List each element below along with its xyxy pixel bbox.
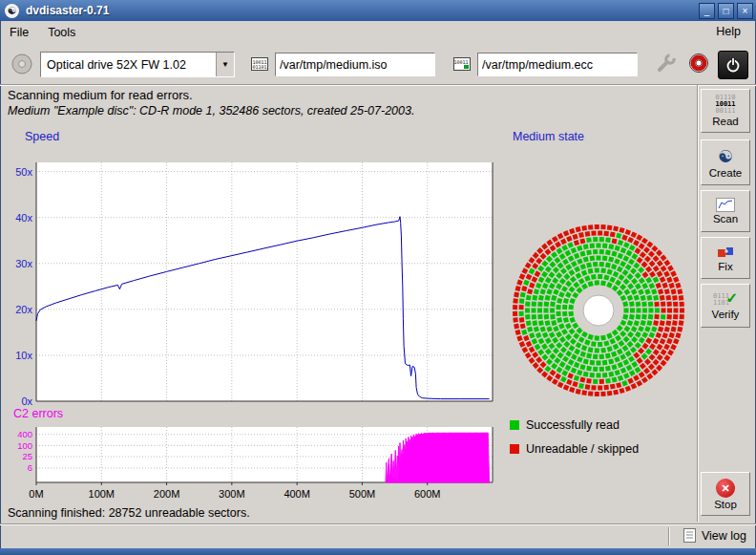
app-icon: ☯ [5, 4, 19, 18]
svg-text:100M: 100M [89, 488, 116, 500]
c2-errors-chart-title: C2 errors [13, 407, 63, 420]
scan-button[interactable]: Scan [701, 190, 750, 232]
window-bottom-edge [0, 548, 756, 555]
stop-icon: ✕ [716, 479, 735, 498]
speed-chart-title: Speed [25, 130, 59, 143]
svg-text:40x: 40x [15, 212, 32, 224]
image-file-input[interactable] [275, 53, 435, 76]
svg-text:600M: 600M [414, 488, 441, 500]
stop-button[interactable]: ✕ Stop [701, 472, 750, 516]
dvdisaster-logo-icon[interactable] [687, 52, 710, 75]
legend-label-unreadable: Unreadable / skipped [526, 442, 639, 456]
verify-button[interactable]: 0111 1101 ✓ Verify [701, 284, 750, 328]
close-button[interactable]: × [737, 3, 753, 19]
app-window: ☯ dvdisaster-0.71 _ □ × File Tools Help … [0, 0, 756, 555]
read-icon: 01110 10011 00111 [715, 95, 735, 115]
svg-text:6: 6 [28, 462, 32, 473]
read-button-label: Read [712, 116, 739, 127]
svg-text:01101: 01101 [252, 64, 266, 70]
view-log-label: View log [702, 529, 746, 543]
svg-text:500M: 500M [349, 488, 376, 500]
svg-text:400: 400 [17, 429, 32, 439]
svg-text:25: 25 [22, 451, 32, 461]
fix-button-label: Fix [718, 261, 732, 272]
scan-result-status: Scanning finished: 28752 unreadable sect… [8, 506, 250, 520]
fix-button[interactable]: Fix [701, 237, 750, 279]
footer-bar: View log [0, 526, 756, 547]
power-icon [724, 56, 742, 74]
legend-item-success: Successfully read [510, 418, 620, 432]
svg-text:30x: 30x [15, 258, 32, 269]
scan-curve-icon [716, 198, 735, 212]
svg-text:10011: 10011 [453, 59, 468, 65]
view-log-button[interactable]: View log [683, 528, 746, 543]
medium-state-disc [508, 220, 689, 401]
svg-text:0M: 0M [29, 488, 43, 500]
footer-divider [0, 523, 756, 525]
chevron-down-icon[interactable]: ▼ [216, 53, 234, 76]
create-button[interactable]: ☯ Create [701, 139, 750, 185]
legend-swatch-red [510, 444, 519, 454]
legend-swatch-green [510, 420, 519, 430]
stop-button-label: Stop [714, 499, 737, 510]
svg-text:300M: 300M [219, 488, 245, 500]
svg-text:50x: 50x [15, 166, 32, 178]
toolbar-divider [0, 84, 756, 86]
drive-icon[interactable] [10, 52, 34, 76]
svg-text:200M: 200M [154, 488, 180, 500]
image-file-icon: 10011 01101 [250, 55, 269, 73]
verify-button-label: Verify [712, 309, 740, 320]
yinyang-icon: ☯ [718, 147, 733, 166]
legend-item-unreadable: Unreadable / skipped [510, 442, 639, 456]
minimize-button[interactable]: _ [699, 3, 715, 19]
menu-file[interactable]: File [0, 22, 38, 43]
ecc-file-input[interactable] [477, 53, 638, 76]
svg-text:400M: 400M [284, 488, 310, 500]
verify-check-icon: 0111 1101 ✓ [713, 291, 738, 308]
svg-text:10x: 10x [15, 350, 32, 361]
puzzle-icon [716, 245, 735, 260]
read-button[interactable]: 01110 10011 00111 Read [701, 89, 750, 133]
status-line-1: Scanning medium for read errors. [8, 88, 193, 102]
window-title: dvdisaster-0.71 [26, 4, 699, 17]
status-line-2: Medium "Example disc": CD-R mode 1, 3524… [8, 104, 414, 117]
sidebar-divider [697, 85, 699, 522]
menu-tools[interactable]: Tools [38, 22, 85, 43]
titlebar[interactable]: ☯ dvdisaster-0.71 _ □ × [0, 0, 756, 21]
create-button-label: Create [709, 167, 743, 179]
preferences-wrench-icon[interactable] [655, 52, 678, 75]
svg-text:100: 100 [17, 440, 32, 451]
drive-select[interactable]: Optical drive 52X FW 1.02 ▼ [40, 52, 235, 77]
svg-text:20x: 20x [15, 304, 32, 315]
scan-button-label: Scan [713, 213, 738, 224]
c2-errors-chart: 4001002560M100M200M300M400M500M600M [6, 421, 498, 505]
speed-chart: 0x10x20x30x40x50x [6, 147, 498, 407]
ecc-file-icon: 10011 [452, 55, 472, 73]
medium-state-title: Medium state [513, 130, 584, 143]
menubar: File Tools Help [0, 21, 756, 44]
log-page-icon [683, 528, 696, 543]
drive-select-value: Optical drive 52X FW 1.02 [41, 58, 216, 72]
legend-label-success: Successfully read [526, 418, 620, 432]
svg-text:0x: 0x [21, 395, 32, 407]
menu-help[interactable]: Help [706, 21, 750, 42]
maximize-button[interactable]: □ [718, 3, 734, 19]
toolbar: Optical drive 52X FW 1.02 ▼ 10011 01101 … [0, 44, 756, 84]
quit-power-button[interactable] [718, 51, 748, 79]
